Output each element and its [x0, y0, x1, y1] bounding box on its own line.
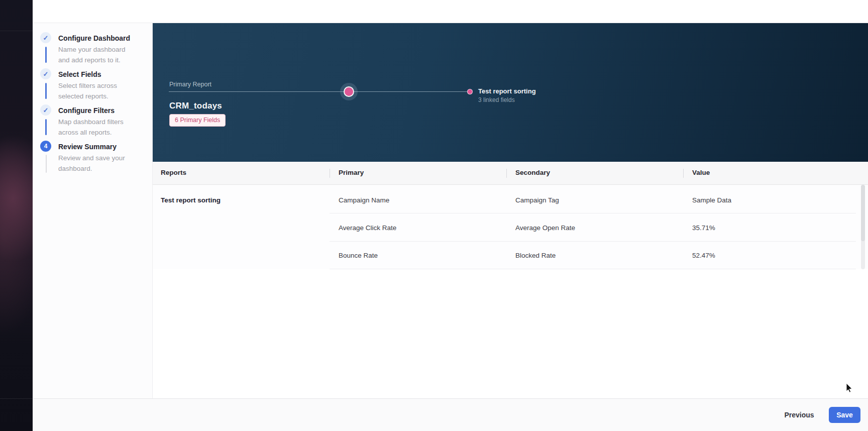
- secondary-cell: Blocked Rate: [515, 252, 556, 259]
- primary-report-name: CRM_todays: [169, 101, 222, 111]
- top-bar: [33, 0, 868, 23]
- step-label[interactable]: Configure Dashboard: [58, 34, 130, 42]
- footer-bar: [33, 398, 868, 431]
- step-connector: [45, 83, 47, 99]
- step-description: Select filters across selected reports.: [58, 80, 138, 101]
- step-done-icon: ✓: [40, 68, 51, 79]
- step-number-badge: 4: [40, 141, 51, 152]
- secondary-cell: Campaign Tag: [515, 196, 559, 204]
- primary-cell: Average Click Rate: [339, 224, 396, 232]
- icon-rail: [0, 0, 33, 431]
- step-done-icon: ✓: [40, 104, 51, 116]
- step-description: Review and save your dashboard.: [58, 153, 138, 174]
- rail-divider: [0, 31, 33, 31]
- mouse-cursor: [846, 383, 854, 395]
- step-connector: [46, 155, 47, 173]
- stepper-item-configure-dashboard[interactable]: ✓: [40, 32, 51, 43]
- report-name-cell: Test report sorting: [161, 196, 221, 204]
- table-header: [153, 162, 868, 185]
- linked-report-name: Test report sorting: [478, 87, 536, 95]
- column-header-primary: Primary: [339, 169, 364, 176]
- value-cell: 52.47%: [692, 252, 715, 259]
- link-line: [169, 91, 470, 92]
- column-header-value: Value: [692, 169, 710, 176]
- value-cell: 35.71%: [692, 224, 715, 232]
- table-scrollbar-thumb[interactable]: [861, 185, 865, 241]
- primary-report-label: Primary Report: [169, 81, 211, 88]
- row-separator: [330, 213, 856, 213]
- row-separator: [330, 269, 856, 269]
- step-label[interactable]: Review Summary: [58, 143, 117, 151]
- table-body: [153, 185, 868, 269]
- step-description: Map dashboard filters across all reports…: [58, 117, 138, 138]
- step-connector: [45, 47, 47, 63]
- stepper-panel: [33, 23, 153, 398]
- previous-button[interactable]: Previous: [784, 407, 815, 422]
- stepper-item-review-summary[interactable]: 4: [40, 141, 51, 152]
- rail-divider: [0, 398, 33, 399]
- stepper-item-configure-filters[interactable]: ✓: [40, 104, 51, 116]
- value-cell: Sample Data: [692, 196, 731, 204]
- primary-cell: Bounce Rate: [339, 252, 378, 259]
- column-divider: [330, 169, 330, 178]
- stepper-item-select-fields[interactable]: ✓: [40, 68, 51, 79]
- column-header-secondary: Secondary: [515, 169, 550, 176]
- app-window: Add Report ✓ Configure Dashboard Name yo…: [0, 0, 868, 431]
- save-button[interactable]: Save: [829, 407, 860, 423]
- secondary-cell: Average Open Rate: [515, 224, 575, 232]
- column-header-reports: Reports: [161, 169, 186, 176]
- primary-cell: Campaign Name: [339, 196, 389, 204]
- step-description: Name your dashboard and add reports to i…: [58, 44, 138, 65]
- column-divider: [506, 169, 507, 178]
- link-node[interactable]: [344, 86, 354, 97]
- column-divider: [683, 169, 684, 178]
- step-connector: [45, 119, 47, 135]
- step-label[interactable]: Select Fields: [58, 70, 101, 78]
- primary-fields-badge: 6 Primary Fields: [169, 114, 226, 127]
- step-done-icon: ✓: [40, 32, 51, 43]
- step-label[interactable]: Configure Filters: [58, 106, 115, 115]
- linked-report-subtitle: 3 linked fields: [478, 96, 515, 103]
- linked-report-node[interactable]: [467, 89, 473, 94]
- row-separator: [330, 241, 856, 242]
